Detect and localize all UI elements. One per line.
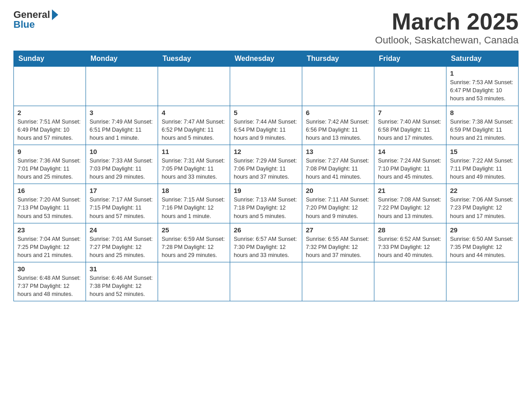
calendar-cell: 26Sunrise: 6:57 AM Sunset: 7:30 PM Dayli… (230, 223, 302, 262)
day-info: Sunrise: 7:51 AM Sunset: 6:49 PM Dayligh… (17, 118, 82, 142)
calendar-cell (374, 262, 446, 301)
day-info: Sunrise: 7:42 AM Sunset: 6:56 PM Dayligh… (306, 118, 370, 142)
day-info: Sunrise: 6:59 AM Sunset: 7:28 PM Dayligh… (162, 235, 226, 259)
calendar-cell: 15Sunrise: 7:22 AM Sunset: 7:11 PM Dayli… (446, 145, 519, 184)
calendar-cell: 18Sunrise: 7:15 AM Sunset: 7:16 PM Dayli… (158, 184, 230, 223)
page-header: General Blue March 2025 Outlook, Saskatc… (13, 9, 519, 46)
day-number: 8 (450, 109, 515, 116)
calendar-cell: 14Sunrise: 7:24 AM Sunset: 7:10 PM Dayli… (374, 145, 446, 184)
calendar-cell: 21Sunrise: 7:08 AM Sunset: 7:22 PM Dayli… (374, 184, 446, 223)
calendar-cell: 16Sunrise: 7:20 AM Sunset: 7:13 PM Dayli… (14, 184, 86, 223)
day-info: Sunrise: 7:01 AM Sunset: 7:27 PM Dayligh… (90, 235, 154, 259)
calendar-cell: 22Sunrise: 7:06 AM Sunset: 7:23 PM Dayli… (446, 184, 519, 223)
day-info: Sunrise: 7:29 AM Sunset: 7:06 PM Dayligh… (234, 157, 298, 181)
day-info: Sunrise: 7:49 AM Sunset: 6:51 PM Dayligh… (90, 118, 154, 142)
calendar-cell: 7Sunrise: 7:40 AM Sunset: 6:58 PM Daylig… (374, 106, 446, 145)
calendar-cell: 17Sunrise: 7:17 AM Sunset: 7:15 PM Dayli… (86, 184, 158, 223)
day-info: Sunrise: 6:46 AM Sunset: 7:38 PM Dayligh… (90, 274, 154, 298)
calendar-cell: 28Sunrise: 6:52 AM Sunset: 7:33 PM Dayli… (374, 223, 446, 262)
calendar-cell: 11Sunrise: 7:31 AM Sunset: 7:05 PM Dayli… (158, 145, 230, 184)
calendar-cell (230, 262, 302, 301)
day-info: Sunrise: 7:08 AM Sunset: 7:22 PM Dayligh… (378, 196, 442, 220)
logo-blue-text: Blue (13, 19, 35, 30)
day-number: 6 (306, 109, 370, 116)
title-block: March 2025 Outlook, Saskatchewan, Canada (375, 9, 519, 46)
day-number: 11 (162, 148, 226, 155)
calendar-cell: 3Sunrise: 7:49 AM Sunset: 6:51 PM Daylig… (86, 106, 158, 145)
calendar-cell (374, 67, 446, 106)
day-info: Sunrise: 7:13 AM Sunset: 7:18 PM Dayligh… (234, 196, 298, 220)
day-info: Sunrise: 6:52 AM Sunset: 7:33 PM Dayligh… (378, 235, 442, 259)
day-info: Sunrise: 7:24 AM Sunset: 7:10 PM Dayligh… (378, 157, 442, 181)
calendar-cell: 4Sunrise: 7:47 AM Sunset: 6:52 PM Daylig… (158, 106, 230, 145)
calendar-cell (230, 67, 302, 106)
calendar-cell: 24Sunrise: 7:01 AM Sunset: 7:27 PM Dayli… (86, 223, 158, 262)
day-info: Sunrise: 7:38 AM Sunset: 6:59 PM Dayligh… (450, 118, 515, 142)
day-number: 14 (378, 148, 442, 155)
calendar-week-row: 30Sunrise: 6:48 AM Sunset: 7:37 PM Dayli… (14, 262, 519, 301)
calendar-cell (86, 67, 158, 106)
calendar-cell: 2Sunrise: 7:51 AM Sunset: 6:49 PM Daylig… (14, 106, 86, 145)
month-title: March 2025 (375, 9, 519, 34)
calendar-cell: 6Sunrise: 7:42 AM Sunset: 6:56 PM Daylig… (302, 106, 374, 145)
day-number: 21 (378, 187, 442, 194)
day-info: Sunrise: 7:17 AM Sunset: 7:15 PM Dayligh… (90, 196, 154, 220)
day-info: Sunrise: 7:31 AM Sunset: 7:05 PM Dayligh… (162, 157, 226, 181)
calendar-cell (302, 262, 374, 301)
weekday-header-tuesday: Tuesday (158, 51, 230, 67)
day-info: Sunrise: 7:11 AM Sunset: 7:20 PM Dayligh… (306, 196, 370, 220)
calendar-cell: 23Sunrise: 7:04 AM Sunset: 7:25 PM Dayli… (14, 223, 86, 262)
day-info: Sunrise: 7:27 AM Sunset: 7:08 PM Dayligh… (306, 157, 370, 181)
calendar-cell (14, 67, 86, 106)
day-info: Sunrise: 6:55 AM Sunset: 7:32 PM Dayligh… (306, 235, 370, 259)
calendar-week-row: 9Sunrise: 7:36 AM Sunset: 7:01 PM Daylig… (14, 145, 519, 184)
day-info: Sunrise: 7:33 AM Sunset: 7:03 PM Dayligh… (90, 157, 154, 181)
calendar-cell: 5Sunrise: 7:44 AM Sunset: 6:54 PM Daylig… (230, 106, 302, 145)
day-number: 23 (17, 226, 82, 234)
weekday-header-wednesday: Wednesday (230, 51, 302, 67)
day-info: Sunrise: 7:04 AM Sunset: 7:25 PM Dayligh… (17, 235, 82, 259)
day-number: 16 (17, 187, 82, 194)
day-number: 20 (306, 187, 370, 194)
day-number: 27 (306, 226, 370, 234)
day-info: Sunrise: 6:57 AM Sunset: 7:30 PM Dayligh… (234, 235, 298, 259)
weekday-header-thursday: Thursday (302, 51, 374, 67)
calendar-table: SundayMondayTuesdayWednesdayThursdayFrid… (13, 51, 519, 301)
calendar-week-row: 23Sunrise: 7:04 AM Sunset: 7:25 PM Dayli… (14, 223, 519, 262)
day-info: Sunrise: 7:15 AM Sunset: 7:16 PM Dayligh… (162, 196, 226, 220)
day-info: Sunrise: 7:20 AM Sunset: 7:13 PM Dayligh… (17, 196, 82, 220)
calendar-cell (158, 67, 230, 106)
day-number: 4 (162, 109, 226, 116)
calendar-cell: 1Sunrise: 7:53 AM Sunset: 6:47 PM Daylig… (446, 67, 519, 106)
day-info: Sunrise: 7:06 AM Sunset: 7:23 PM Dayligh… (450, 196, 515, 220)
day-number: 30 (17, 265, 82, 273)
day-number: 25 (162, 226, 226, 234)
calendar-week-row: 2Sunrise: 7:51 AM Sunset: 6:49 PM Daylig… (14, 106, 519, 145)
logo-arrow-icon (52, 9, 58, 20)
day-number: 26 (234, 226, 298, 234)
day-info: Sunrise: 7:40 AM Sunset: 6:58 PM Dayligh… (378, 118, 442, 142)
calendar-cell (446, 262, 519, 301)
day-number: 22 (450, 187, 515, 194)
day-number: 15 (450, 148, 515, 155)
calendar-week-row: 1Sunrise: 7:53 AM Sunset: 6:47 PM Daylig… (14, 67, 519, 106)
weekday-header-monday: Monday (86, 51, 158, 67)
calendar-cell: 30Sunrise: 6:48 AM Sunset: 7:37 PM Dayli… (14, 262, 86, 301)
location-title: Outlook, Saskatchewan, Canada (375, 34, 519, 46)
weekday-header-row: SundayMondayTuesdayWednesdayThursdayFrid… (14, 51, 519, 67)
day-number: 24 (90, 226, 154, 234)
day-number: 18 (162, 187, 226, 194)
day-number: 7 (378, 109, 442, 116)
day-number: 28 (378, 226, 442, 234)
calendar-cell: 10Sunrise: 7:33 AM Sunset: 7:03 PM Dayli… (86, 145, 158, 184)
day-number: 2 (17, 109, 82, 116)
calendar-cell: 13Sunrise: 7:27 AM Sunset: 7:08 PM Dayli… (302, 145, 374, 184)
calendar-cell: 29Sunrise: 6:50 AM Sunset: 7:35 PM Dayli… (446, 223, 519, 262)
day-number: 17 (90, 187, 154, 194)
day-number: 3 (90, 109, 154, 116)
day-info: Sunrise: 6:48 AM Sunset: 7:37 PM Dayligh… (17, 274, 82, 298)
day-number: 13 (306, 148, 370, 155)
calendar-cell: 9Sunrise: 7:36 AM Sunset: 7:01 PM Daylig… (14, 145, 86, 184)
calendar-cell: 25Sunrise: 6:59 AM Sunset: 7:28 PM Dayli… (158, 223, 230, 262)
day-number: 1 (450, 69, 515, 77)
